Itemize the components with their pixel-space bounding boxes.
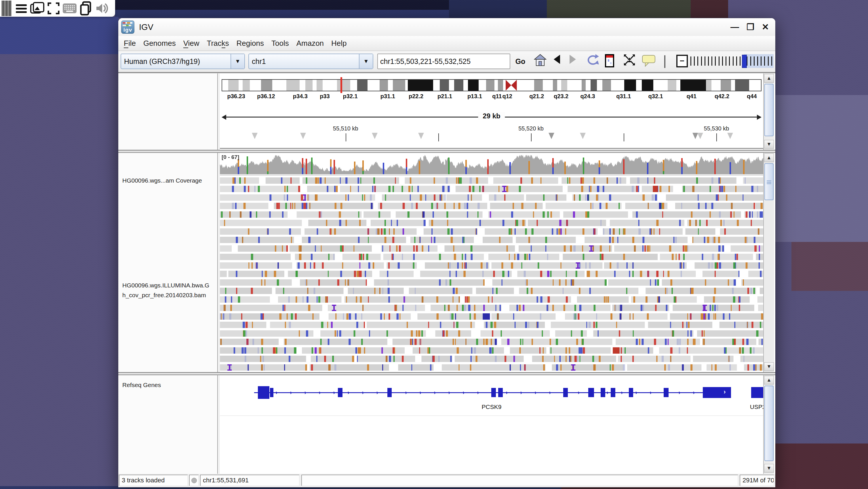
ideogram-band: [261, 80, 272, 91]
gene-exon[interactable]: [258, 386, 269, 399]
menu-genomes[interactable]: Genomes: [140, 39, 180, 48]
close-button[interactable]: ✕: [762, 23, 769, 31]
menu-view[interactable]: View: [180, 39, 203, 48]
message-status: [301, 474, 738, 486]
strand-arrow-icon: ›: [348, 389, 350, 396]
gene-name-label[interactable]: USP2: [750, 403, 763, 410]
menu-regions[interactable]: Regions: [233, 39, 268, 48]
gene-exon[interactable]: ›: [703, 387, 731, 398]
menu-tools[interactable]: Tools: [268, 39, 293, 48]
scrollbar-thumb[interactable]: [765, 385, 774, 461]
locus-panel-scrollbar[interactable]: ▲▼: [763, 74, 774, 150]
panel-divider[interactable]: [118, 150, 775, 153]
refresh-icon[interactable]: [586, 54, 600, 67]
gene-exon[interactable]: [491, 388, 496, 397]
desktop-top-strip-olive: [547, 0, 691, 18]
fit-to-window-icon[interactable]: [623, 54, 636, 66]
region-marker-icon: [418, 133, 424, 139]
zoom-slider[interactable]: [689, 54, 774, 68]
title-bar[interactable]: igv IGV — ❒ ✕: [118, 18, 775, 36]
locus-input[interactable]: [377, 54, 510, 69]
forward-icon[interactable]: [568, 54, 577, 65]
zoom-out-button[interactable]: −: [676, 55, 688, 67]
menu-help[interactable]: Help: [328, 39, 350, 48]
keyboard-icon[interactable]: [62, 0, 78, 17]
strand-arrow-icon: ›: [333, 389, 335, 396]
scrollbar-thumb[interactable]: [765, 84, 774, 136]
gene-exon[interactable]: [611, 388, 615, 397]
cytoband-label: q42.2: [715, 93, 729, 99]
minimize-button[interactable]: —: [731, 23, 739, 31]
scroll-down-button[interactable]: ▼: [764, 140, 774, 149]
gene-exon[interactable]: [338, 388, 342, 397]
gene-exon[interactable]: [270, 388, 273, 397]
drag-handle-icon[interactable]: [0, 0, 13, 17]
menu-amazon[interactable]: Amazon: [293, 39, 328, 48]
zoom-slider-thumb[interactable]: [742, 55, 747, 68]
chevron-down-icon[interactable]: ▼: [230, 54, 244, 68]
gene-exon[interactable]: [388, 388, 392, 397]
gene-exon[interactable]: [664, 388, 668, 397]
alignment-track-name-line1[interactable]: HG00096.wgs.ILLUMINA.bwa.G: [122, 282, 209, 289]
zoom-tick: [719, 56, 719, 66]
alignment-track-name-line2[interactable]: h_cov_pcr_free.20140203.bam: [122, 292, 206, 299]
genome-select[interactable]: Human (GRCh37/hg19) ▼: [121, 54, 245, 69]
scroll-up-button[interactable]: ▲: [764, 74, 774, 83]
fullscreen-icon[interactable]: [45, 0, 62, 17]
data-panel-scrollbar[interactable]: ▲▼: [763, 153, 774, 372]
coverage-track-name[interactable]: HG00096.wgs...am Coverage: [122, 177, 202, 184]
ideogram-band: [337, 80, 350, 91]
gene-exon[interactable]: [751, 387, 763, 398]
feature-panel: Refseq Genes ››››››››››››››››››››››››››P…: [118, 375, 775, 474]
scroll-down-button[interactable]: ▼: [764, 464, 774, 472]
coverage-track-canvas[interactable]: [220, 155, 763, 174]
alignment-reads-canvas[interactable]: [220, 176, 763, 372]
gene-exon[interactable]: [601, 388, 605, 397]
gene-name-label[interactable]: PCSK9: [482, 403, 502, 410]
scroll-down-button[interactable]: ▼: [764, 362, 774, 371]
ideogram-band: [721, 80, 731, 91]
ideogram-band: [228, 80, 238, 91]
region-marker-icon: [549, 133, 554, 139]
ideogram-band: [222, 80, 228, 91]
popup-behavior-icon[interactable]: [642, 54, 657, 67]
ideogram-band: [511, 80, 517, 91]
ideogram-band: [586, 80, 591, 91]
strand-arrow-icon: ›: [290, 389, 292, 396]
zoom-tick: [725, 56, 726, 66]
genes-track-name[interactable]: Refseq Genes: [122, 381, 161, 389]
menu-file[interactable]: File: [120, 39, 140, 48]
menu-tracks[interactable]: Tracks: [203, 39, 233, 48]
define-region-icon[interactable]: [604, 54, 615, 68]
go-button[interactable]: Go: [513, 54, 528, 68]
coverage-baseline: [220, 175, 763, 175]
alignment-data-region[interactable]: [0 - 67]: [220, 153, 763, 372]
scrollbar-thumb[interactable]: [765, 163, 774, 200]
gene-exon[interactable]: [563, 388, 568, 397]
ideogram-band: [368, 80, 380, 91]
home-icon[interactable]: [534, 54, 547, 67]
gene-exon[interactable]: [498, 388, 502, 397]
ideogram-ruler-region[interactable]: p36.23p36.12p34.3p33p32.1p31.1p22.2p21.1…: [220, 74, 763, 150]
feature-panel-scrollbar[interactable]: ▲▼: [763, 375, 774, 474]
ideogram-band: [567, 80, 582, 91]
chromosome-select[interactable]: chr1 ▼: [248, 54, 373, 69]
volume-icon[interactable]: [94, 0, 110, 17]
gene-exon[interactable]: [588, 388, 594, 397]
cytoband-label: q21.2: [529, 93, 544, 99]
screenshot-icon[interactable]: [29, 0, 45, 17]
windows-icon[interactable]: [78, 0, 94, 17]
maximize-button[interactable]: ❒: [747, 23, 754, 31]
gene-exon[interactable]: [629, 388, 633, 397]
scroll-up-button[interactable]: ▲: [764, 376, 774, 384]
menu-icon[interactable]: [13, 0, 29, 17]
panel-divider[interactable]: [118, 372, 775, 375]
scroll-up-button[interactable]: ▲: [764, 153, 774, 162]
genes-data-region[interactable]: ››››››››››››››››››››››››››PCSK9USP2: [220, 375, 763, 474]
chromosome-ideogram[interactable]: [222, 79, 762, 91]
chevron-down-icon[interactable]: ▼: [359, 54, 373, 68]
back-icon[interactable]: [553, 54, 561, 65]
igv-app-icon: igv: [121, 21, 134, 34]
ruler-tick-label: 55,520 kb: [518, 125, 544, 132]
ideogram-band: [624, 80, 636, 91]
